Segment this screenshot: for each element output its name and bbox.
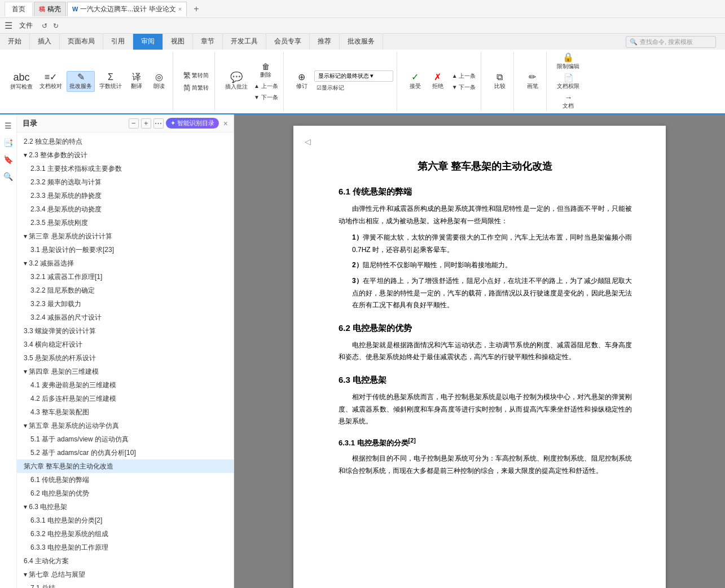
restrict-edit-button[interactable]: 🔒 限制编辑 (555, 52, 582, 72)
tab-member[interactable]: 会员专享 (266, 34, 310, 50)
translate-button[interactable]: 译 翻译 (126, 72, 147, 91)
tab-insert[interactable]: 插入 (30, 34, 60, 50)
toc-item[interactable]: 2.2 独立悬架的特点 (17, 135, 234, 148)
toc-item[interactable]: 5.1 基于 adams/view 的运动仿真 (17, 432, 234, 446)
spellcheck-button[interactable]: abc 拼写检查 (8, 71, 35, 92)
show-marks-label: 显示标记 (322, 84, 344, 92)
draw-button[interactable]: ✏ 画笔 (522, 72, 543, 91)
simp-trad-button[interactable]: 简 简繁转 (181, 82, 211, 93)
grading-label: 批改服务 (69, 82, 92, 90)
sidebar-ai-btn[interactable]: ✦ 智能识别目录 (166, 118, 219, 129)
next-comment-button[interactable]: ▼ 下一条 (252, 92, 280, 103)
tab-home[interactable]: 首页 (5, 2, 33, 16)
tab-review[interactable]: 审阅 (133, 34, 163, 50)
toc-item[interactable]: ▾ 2.3 整体参数的设计 (17, 148, 234, 162)
sidebar-close-btn[interactable]: × (223, 119, 228, 128)
toc-item[interactable]: 6.3.2 电控悬架系统的组成 (17, 527, 234, 541)
toc-item[interactable]: 2.3.2 频率的选取与计算 (17, 175, 234, 189)
tab-recommend[interactable]: 推荐 (310, 34, 340, 50)
toc-item[interactable]: 3.2.1 减震器工作原理[1] (17, 270, 234, 284)
tab-wps[interactable]: 稿 稿壳 (34, 2, 66, 16)
document-page[interactable]: ◁ 第六章 整车悬架的主动化改造 6.1 传统悬架的弊端 由弹性元件和减震器所构… (293, 126, 666, 588)
tab-references[interactable]: 引用 (103, 34, 133, 50)
insert-comment-button[interactable]: 💬 插入批注 (223, 71, 250, 92)
doc-area[interactable]: ◁ 第六章 整车悬架的主动化改造 6.1 传统悬架的弊端 由弹性元件和减震器所构… (234, 114, 725, 588)
lt-outline-btn[interactable]: 📑 (2, 136, 15, 149)
toc-item[interactable]: 6.4 主动化方案 (17, 554, 234, 568)
ai-label: 智能识别目录 (177, 119, 214, 127)
prev-change-button[interactable]: ▲ 上一条 (450, 71, 478, 81)
toc-item[interactable]: 6.3.1 电控悬架的分类[2] (17, 514, 234, 527)
sidebar-header: 目录 − + ⋯ ✦ 智能识别目录 × (17, 114, 234, 132)
section-title-63: 6.3 电控悬架 (339, 375, 632, 386)
read-aloud-button[interactable]: ◎ 朗读 (149, 72, 169, 91)
toc-item[interactable]: 6.2 电控悬架的优势 (17, 487, 234, 500)
toc-item[interactable]: 4.2 后多连杆悬架的三维建模 (17, 392, 234, 405)
toc-item[interactable]: 3.2.4 减振器的尺寸设计 (17, 311, 234, 324)
lt-search-btn[interactable]: 🔍 (2, 170, 15, 183)
compare-button[interactable]: ⧉ 比较 (490, 72, 510, 91)
show-marks-button[interactable]: ☑ 显示标记 (314, 83, 393, 93)
doc-compare-button[interactable]: ≡✓ 文档校对 (37, 72, 64, 91)
lt-bookmark-btn[interactable]: 🔖 (2, 153, 15, 166)
toc-item[interactable]: ▾ 第四章 悬架的三维建模 (17, 365, 234, 378)
toc-item[interactable]: 6.1 传统悬架的弊端 (17, 473, 234, 487)
toc-item[interactable]: 3.2.3 最大卸载力 (17, 297, 234, 311)
toc-item[interactable]: 2.3.1 主要技术指标或主要参数 (17, 162, 234, 175)
toc-item[interactable]: 第六章 整车悬架的主动化改造 (17, 459, 234, 473)
toc-item[interactable]: ▾ 第七章 总结与展望 (17, 568, 234, 581)
ribbon-search-box[interactable]: 🔍 查找命令, 搜索模板 (626, 36, 716, 48)
toc-item[interactable]: 4.1 麦弗逊前悬架的三维建模 (17, 378, 234, 392)
prev-comment-button[interactable]: ▲ 上一条 (252, 81, 280, 91)
doc-rights-button[interactable]: 📄 文档权限 (555, 73, 582, 91)
tab-doc[interactable]: W 一汽大众迈腾车...设计 毕业论文 × (67, 2, 187, 16)
toc-item[interactable]: 3.2.2 阻尼系数的确定 (17, 284, 234, 297)
insert-comment-icon: 💬 (230, 72, 243, 82)
undo-button[interactable]: ↺ (39, 21, 50, 31)
tab-dev[interactable]: 开发工具 (223, 34, 266, 50)
sidebar-collapse-btn[interactable]: − (129, 118, 139, 129)
reject-button[interactable]: ✗ 拒绝 (428, 72, 448, 91)
next-change-button[interactable]: ▼ 下一条 (450, 82, 478, 92)
toc-item[interactable]: ▾ 3.2 减振器选择 (17, 257, 234, 270)
trad-simp-button[interactable]: 繁 繁转简 (181, 70, 211, 81)
tab-chapter[interactable]: 章节 (193, 34, 223, 50)
toc-item[interactable]: 5.2 基于 adams/car 的仿真分析[10] (17, 446, 234, 459)
tab-add[interactable]: + (188, 2, 204, 16)
toc-item[interactable]: ▾ 6.3 电控悬架 (17, 500, 234, 514)
tab-view[interactable]: 视图 (163, 34, 193, 50)
sidebar-settings-btn[interactable]: ⋯ (153, 118, 164, 129)
toc-item[interactable]: 2.3.3 悬架系统的静挠度 (17, 189, 234, 202)
accept-button[interactable]: ✓ 接受 (405, 72, 425, 91)
tab-grading[interactable]: 批改服务 (340, 34, 383, 50)
doc-transfer-button[interactable]: → 文档 (558, 92, 578, 111)
grading-button[interactable]: ✎ 批改服务 (67, 71, 95, 92)
show-marks-icon: ☑ (317, 85, 322, 91)
section-title-61: 6.1 传统悬架的弊端 (339, 187, 632, 197)
toc-item[interactable]: ▾ 第五章 悬架系统的运动学仿真 (17, 419, 234, 432)
toc-item[interactable]: 3.1 悬架设计的一般要求[23] (17, 243, 234, 257)
redo-button[interactable]: ↻ (51, 21, 61, 31)
toc-item[interactable]: ▾ 第三章 悬架系统的设计计算 (17, 229, 234, 243)
tab-start[interactable]: 开始 (0, 34, 30, 50)
toc-item[interactable]: 7.1 总结 (17, 581, 234, 588)
ribbon-group-track: ⊕ 修订 显示标记的最终状态 ▾ ☑ 显示标记 (288, 52, 397, 111)
doc-tab-close[interactable]: × (178, 6, 182, 12)
menu-file[interactable]: 文件 (15, 20, 37, 32)
toc-item[interactable]: 2.3.4 悬架系统的动挠度 (17, 202, 234, 216)
tab-layout[interactable]: 页面布局 (60, 34, 103, 50)
toc-item[interactable]: 3.4 横向稳定杆设计 (17, 338, 234, 351)
toc-item[interactable]: 2.3.5 悬架系统刚度 (17, 216, 234, 229)
toc-item[interactable]: 3.5 悬架系统的杆系设计 (17, 351, 234, 365)
toc-item[interactable]: 4.3 整车悬架装配图 (17, 405, 234, 419)
sidebar-expand-btn[interactable]: + (141, 118, 151, 129)
toc-item[interactable]: 6.3.3 电控悬架的工作原理 (17, 541, 234, 554)
delete-comment-button[interactable]: 🗑 删除 (252, 61, 280, 80)
track-label: 修订 (296, 82, 307, 90)
show-status-dropdown[interactable]: 显示标记的最终状态 ▾ (314, 70, 393, 82)
grading-icon: ✎ (77, 73, 85, 82)
word-count-button[interactable]: Σ 字数统计 (97, 72, 124, 91)
lt-menu-btn[interactable]: ☰ (2, 119, 15, 132)
track-changes-button[interactable]: ⊕ 修订 (292, 72, 312, 91)
toc-item[interactable]: 3.3 螺旋弹簧的设计计算 (17, 324, 234, 338)
